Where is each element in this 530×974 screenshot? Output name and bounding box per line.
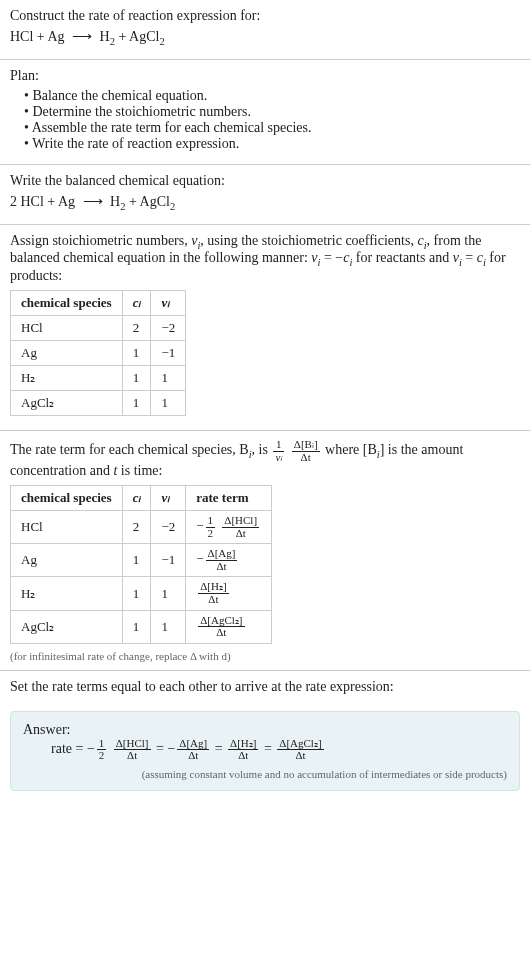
answer-title: Answer: <box>23 722 507 738</box>
stoich-table: chemical species cᵢ νᵢ HCl2−2 Ag1−1 H₂11… <box>10 290 186 416</box>
stoich-paragraph: Assign stoichiometric numbers, νi, using… <box>10 233 520 285</box>
arrow-icon: ⟶ <box>83 194 103 209</box>
intro-rhs-h2: H2 <box>100 29 115 44</box>
table-header-row: chemical species cᵢ νᵢ <box>11 291 186 316</box>
table-header-row: chemical species cᵢ νᵢ rate term <box>11 486 272 511</box>
rate-term-footnote: (for infinitesimal rate of change, repla… <box>10 650 520 662</box>
col-nui: νᵢ <box>151 486 186 511</box>
intro-lhs: HCl + Ag <box>10 29 65 44</box>
fraction: 1νᵢ <box>273 439 284 463</box>
plan-list: Balance the chemical equation. Determine… <box>10 88 520 152</box>
intro-section: Construct the rate of reaction expressio… <box>0 0 530 60</box>
col-ci: cᵢ <box>122 291 151 316</box>
rate-cell: Δ[H₂]Δt <box>186 577 272 610</box>
plan-title: Plan: <box>10 68 520 84</box>
col-ci: cᵢ <box>122 486 151 511</box>
balanced-section: Write the balanced chemical equation: 2 … <box>0 165 530 225</box>
arrow-icon: ⟶ <box>72 29 92 44</box>
plan-item: Balance the chemical equation. <box>24 88 520 104</box>
balanced-heading: Write the balanced chemical equation: <box>10 173 520 189</box>
table-row: Ag1−1 <box>11 341 186 366</box>
final-section: Set the rate terms equal to each other t… <box>0 671 530 703</box>
col-species: chemical species <box>11 291 123 316</box>
fraction: Δ[Bᵢ]Δt <box>292 439 320 463</box>
table-row: Ag 1 −1 −Δ[Ag]Δt <box>11 544 272 577</box>
rate-cell: Δ[AgCl₂]Δt <box>186 610 272 643</box>
answer-expression: rate = −12 Δ[HCl]Δt = −Δ[Ag]Δt = Δ[H₂]Δt… <box>51 738 507 762</box>
plan-item: Assemble the rate term for each chemical… <box>24 120 520 136</box>
table-row: HCl2−2 <box>11 316 186 341</box>
rate-term-paragraph: The rate term for each chemical species,… <box>10 439 520 479</box>
rate-term-table: chemical species cᵢ νᵢ rate term HCl 2 −… <box>10 485 272 643</box>
balanced-equation: 2 HCl + Ag ⟶ H2 + AgCl2 <box>10 193 520 212</box>
rate-term-section: The rate term for each chemical species,… <box>0 431 530 670</box>
table-row: H₂ 1 1 Δ[H₂]Δt <box>11 577 272 610</box>
stoich-section: Assign stoichiometric numbers, νi, using… <box>0 225 530 432</box>
answer-note: (assuming constant volume and no accumul… <box>23 768 507 780</box>
col-species: chemical species <box>11 486 123 511</box>
col-rate: rate term <box>186 486 272 511</box>
table-row: AgCl₂11 <box>11 391 186 416</box>
table-row: AgCl₂ 1 1 Δ[AgCl₂]Δt <box>11 610 272 643</box>
rate-cell: −Δ[Ag]Δt <box>186 544 272 577</box>
plan-section: Plan: Balance the chemical equation. Det… <box>0 60 530 165</box>
table-row: H₂11 <box>11 366 186 391</box>
balanced-rhs: H2 <box>110 194 125 209</box>
table-row: HCl 2 −2 −12 Δ[HCl]Δt <box>11 511 272 544</box>
final-heading: Set the rate terms equal to each other t… <box>10 679 520 695</box>
intro-heading: Construct the rate of reaction expressio… <box>10 8 520 24</box>
intro-equation: HCl + Ag ⟶ H2 + AgCl2 <box>10 28 520 47</box>
col-nui: νᵢ <box>151 291 186 316</box>
answer-box: Answer: rate = −12 Δ[HCl]Δt = −Δ[Ag]Δt =… <box>10 711 520 791</box>
plan-item: Determine the stoichiometric numbers. <box>24 104 520 120</box>
plan-item: Write the rate of reaction expression. <box>24 136 520 152</box>
balanced-lhs: 2 HCl + Ag <box>10 194 75 209</box>
rate-cell: −12 Δ[HCl]Δt <box>186 511 272 544</box>
